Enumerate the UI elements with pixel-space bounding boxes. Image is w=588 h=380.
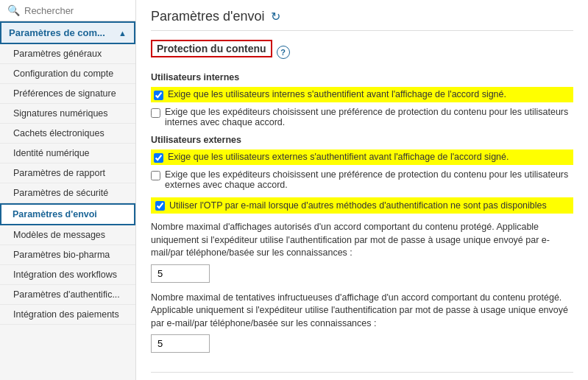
- sidebar-item-parametres-bio-pharma[interactable]: Paramètres bio-pharma: [0, 245, 135, 265]
- sidebar-item-signatures-numeriques[interactable]: Signatures numériques: [0, 104, 135, 124]
- internal-check1-label[interactable]: Exige que les utilisateurs internes s'au…: [168, 89, 506, 99]
- external-check1-row: Exige que les utilisateurs externes s'au…: [151, 149, 573, 165]
- sidebar-item-parametres-rapport[interactable]: Paramètres de rapport: [0, 163, 135, 183]
- page-header: Paramètres d'envoi ↻: [151, 9, 573, 31]
- search-bar[interactable]: 🔍: [0, 0, 135, 21]
- search-input[interactable]: [24, 5, 128, 16]
- sidebar-item-modeles-messages[interactable]: Modèles de messages: [0, 225, 135, 245]
- sidebar-section-header[interactable]: Paramètres de com... ▲: [0, 21, 135, 44]
- sidebar-item-parametres-authentific[interactable]: Paramètres d'authentific...: [0, 285, 135, 305]
- sidebar-item-integration-paiements[interactable]: Intégration des paiements: [0, 305, 135, 325]
- max-attempts-description: Nombre maximal de tentatives infructueus…: [151, 292, 573, 331]
- sidebar-section-label: Paramètres de com...: [9, 27, 105, 38]
- external-check1-checkbox[interactable]: [154, 153, 163, 163]
- sidebar-item-parametres-securite[interactable]: Paramètres de sécurité: [0, 183, 135, 203]
- external-check2-row: Exige que les expéditeurs choisissent un…: [151, 169, 573, 190]
- external-users-label: Utilisateurs externes: [151, 135, 573, 145]
- content-protection-section: Protection du contenu ? Utilisateurs int…: [151, 40, 573, 362]
- internal-users-label: Utilisateurs internes: [151, 72, 573, 82]
- external-check1-label[interactable]: Exige que les utilisateurs externes s'au…: [168, 152, 509, 162]
- sidebar-item-configuration-compte[interactable]: Configuration du compte: [0, 64, 135, 84]
- internal-check2-row: Exige que les expéditeurs choisissent un…: [151, 107, 573, 127]
- chevron-up-icon: ▲: [118, 29, 127, 38]
- help-icon[interactable]: ?: [277, 46, 290, 59]
- internal-check1-row: Exige que les utilisateurs internes s'au…: [151, 87, 573, 102]
- sidebar-item-preferences-signature[interactable]: Préférences de signature: [0, 84, 135, 104]
- internal-check2-label[interactable]: Exige que les expéditeurs choisissent un…: [165, 107, 573, 127]
- max-views-description: Nombre maximal d'affichages autorisés d'…: [151, 221, 573, 260]
- search-icon: 🔍: [7, 4, 20, 16]
- otp-row: Utiliser l'OTP par e-mail lorsque d'autr…: [151, 197, 573, 214]
- sidebar: 🔍 Paramètres de com... ▲ Paramètres géné…: [0, 0, 136, 380]
- internal-check1-checkbox[interactable]: [154, 91, 163, 100]
- max-attempts-input[interactable]: [151, 334, 210, 353]
- main-content: Paramètres d'envoi ↻ Protection du conte…: [136, 0, 588, 380]
- external-check2-label[interactable]: Exige que les expéditeurs choisissent un…: [165, 169, 573, 190]
- otp-label[interactable]: Utiliser l'OTP par e-mail lorsque d'autr…: [169, 200, 547, 211]
- sidebar-item-parametres-generaux[interactable]: Paramètres généraux: [0, 44, 135, 64]
- external-check2-checkbox[interactable]: [151, 171, 160, 180]
- page-title: Paramètres d'envoi: [151, 9, 265, 24]
- sidebar-item-cachets-electroniques[interactable]: Cachets électroniques: [0, 124, 135, 144]
- sidebar-item-integration-workflows[interactable]: Intégration des workflows: [0, 265, 135, 285]
- section-title: Protection du contenu: [151, 40, 272, 57]
- sidebar-nav: Paramètres générauxConfiguration du comp…: [0, 44, 135, 325]
- max-views-input[interactable]: [151, 264, 210, 283]
- sidebar-item-parametres-envoi[interactable]: Paramètres d'envoi: [0, 203, 135, 225]
- section-divider: [151, 372, 573, 373]
- refresh-icon[interactable]: ↻: [271, 10, 280, 24]
- otp-checkbox[interactable]: [155, 201, 165, 211]
- internal-check2-checkbox[interactable]: [151, 108, 160, 118]
- sidebar-item-identite-numerique[interactable]: Identité numérique: [0, 144, 135, 163]
